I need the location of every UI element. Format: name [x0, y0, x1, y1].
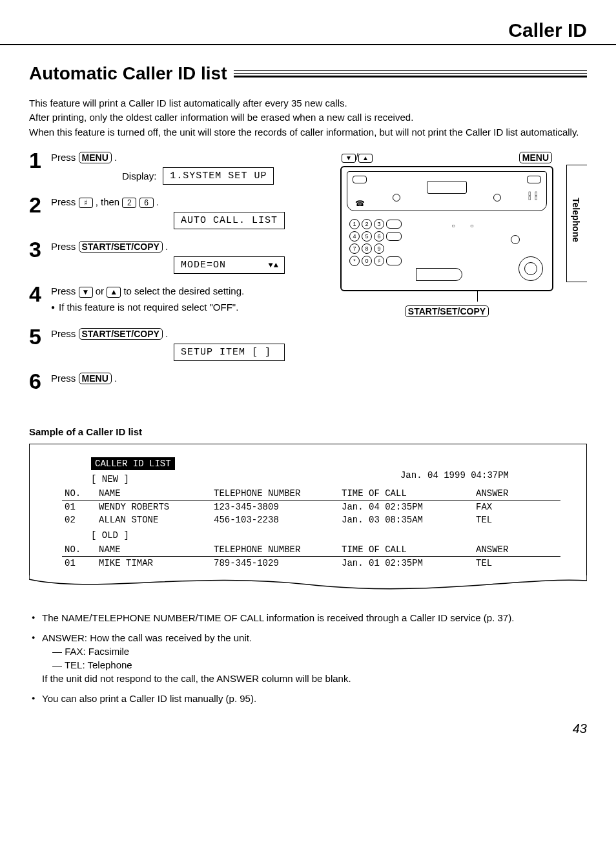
- start-set-copy-key: START/SET/COPY: [79, 241, 163, 253]
- table-row: 01 WENDY ROBERTS 123-345-3809 Jan. 04 02…: [62, 500, 560, 513]
- lcd-display: AUTO CALL. LIST: [174, 212, 285, 229]
- menu-key-label: MENU: [519, 152, 552, 163]
- lcd-display: SETUP ITEM [ ]: [174, 344, 285, 361]
- step-text: .: [156, 196, 159, 207]
- step-text: .: [114, 373, 117, 384]
- note-item: The NAME/TELEPHONE NUMBER/TIME OF CALL i…: [32, 611, 587, 625]
- menu-key: MENU: [79, 373, 112, 384]
- old-section-label: [ OLD ]: [91, 530, 560, 541]
- fax-device-icon: ☎ ▯ ▯▯ ▯ 123 456 789 *0♯ ○ ○: [340, 166, 553, 291]
- step-text: Press: [51, 152, 79, 163]
- up-arrow-key-icon: ▲: [358, 154, 373, 163]
- caller-id-list-title: CALLER ID LIST: [91, 457, 175, 470]
- step-text: Press: [51, 373, 79, 384]
- two-key: 2: [122, 198, 136, 208]
- old-calls-table: NO. NAME TELEPHONE NUMBER TIME OF CALL A…: [62, 543, 560, 570]
- step-5: 5 Press START/SET/COPY . SETUP ITEM [ ]: [29, 328, 327, 361]
- col-ans: ANSWER: [473, 487, 560, 501]
- step-text: Press: [51, 328, 79, 339]
- new-calls-table: NO. NAME TELEPHONE NUMBER TIME OF CALL A…: [62, 487, 560, 526]
- running-head: Caller ID: [29, 19, 587, 41]
- step-number: 1: [29, 149, 51, 171]
- sample-printout: CALLER ID LIST Jan. 04 1999 04:37PM [ NE…: [29, 444, 587, 576]
- intro-block: This feature will print a Caller ID list…: [29, 97, 587, 139]
- intro-line: After printing, only the oldest caller i…: [29, 111, 587, 124]
- note-sub: TEL: Telephone: [52, 659, 132, 670]
- start-set-copy-key: START/SET/COPY: [79, 328, 163, 340]
- col-no: NO.: [62, 543, 96, 557]
- note-sub: FAX: Facsimile: [52, 646, 129, 657]
- six-key: 6: [139, 198, 154, 208]
- keypad-icon: 123 456 789 *0♯: [349, 219, 402, 268]
- step-number: 4: [29, 283, 51, 305]
- col-no: NO.: [62, 487, 96, 501]
- step-1: 1 Press MENU . Display: 1.SYSTEM SET UP: [29, 152, 327, 185]
- step-text: .: [165, 328, 168, 339]
- step-number: 5: [29, 325, 51, 347]
- lcd-text: MODE=ON: [181, 260, 226, 271]
- table-row: 01 MIKE TIMAR 789-345-1029 Jan. 01 02:35…: [62, 556, 560, 570]
- col-name: NAME: [96, 543, 211, 557]
- col-tel: TELEPHONE NUMBER: [211, 487, 339, 501]
- step-2: 2 Press ♯ , then 2 6 . AUTO CALL. LIST: [29, 196, 327, 229]
- step-number: 2: [29, 194, 51, 216]
- col-tel: TELEPHONE NUMBER: [211, 543, 339, 557]
- step-text: Press: [51, 285, 79, 296]
- col-time: TIME OF CALL: [339, 543, 473, 557]
- lcd-display: 1.SYSTEM SET UP: [163, 167, 274, 185]
- start-set-copy-label: START/SET/COPY: [405, 305, 489, 317]
- page-number: 43: [29, 721, 587, 736]
- title-rule: [234, 70, 587, 77]
- intro-line: When this feature is turned off, the uni…: [29, 126, 587, 139]
- step-text: .: [165, 241, 168, 252]
- device-illustration: ▼/▲ MENU ☎ ▯ ▯▯ ▯ 123 456 789 *0♯: [340, 152, 553, 404]
- step-number: 3: [29, 238, 51, 260]
- step-4: 4 Press ▼ or ▲ to select the desired set…: [29, 285, 327, 316]
- step-sub-bullet: If this feature is not required select "…: [51, 302, 327, 313]
- page-title: Automatic Caller ID list: [29, 63, 227, 84]
- section-tab: Telephone: [566, 165, 587, 282]
- lcd-display: MODE=ON ▼▲: [174, 256, 285, 274]
- intro-line: This feature will print a Caller ID list…: [29, 97, 587, 110]
- step-text: Press: [51, 241, 79, 252]
- step-text: Press: [51, 196, 79, 207]
- step-text: to select the desired setting.: [123, 285, 244, 296]
- step-text: .: [114, 152, 117, 163]
- down-arrow-key: ▼: [79, 287, 93, 297]
- torn-edge-icon: [29, 575, 587, 595]
- step-text: , then: [96, 196, 123, 207]
- hash-key: ♯: [79, 198, 93, 208]
- menu-key: MENU: [79, 152, 112, 163]
- step-number: 6: [29, 370, 51, 392]
- down-arrow-key-icon: ▼: [342, 154, 356, 163]
- footnotes: The NAME/TELEPHONE NUMBER/TIME OF CALL i…: [29, 611, 587, 705]
- print-timestamp: Jan. 04 1999 04:37PM: [400, 470, 509, 480]
- table-row: 02 ALLAN STONE 456-103-2238 Jan. 03 08:3…: [62, 513, 560, 526]
- col-name: NAME: [96, 487, 211, 501]
- step-text: or: [96, 285, 107, 296]
- top-rule: [0, 44, 616, 45]
- note-item: ANSWER: How the call was received by the…: [32, 631, 587, 685]
- col-time: TIME OF CALL: [339, 487, 473, 501]
- col-ans: ANSWER: [473, 543, 560, 557]
- note-sub: If the unit did not respond to the call,…: [42, 672, 587, 685]
- section-tab-label: Telephone: [571, 198, 581, 242]
- lcd-arrows-icon: ▼▲: [269, 261, 279, 270]
- display-label: Display:: [122, 170, 156, 181]
- step-3: 3 Press START/SET/COPY . MODE=ON ▼▲: [29, 241, 327, 274]
- note-item: You can also print a Caller ID list manu…: [32, 692, 587, 705]
- step-6: 6 Press MENU .: [29, 373, 327, 392]
- sample-heading: Sample of a Caller ID list: [29, 426, 587, 437]
- up-arrow-key: ▲: [107, 287, 121, 297]
